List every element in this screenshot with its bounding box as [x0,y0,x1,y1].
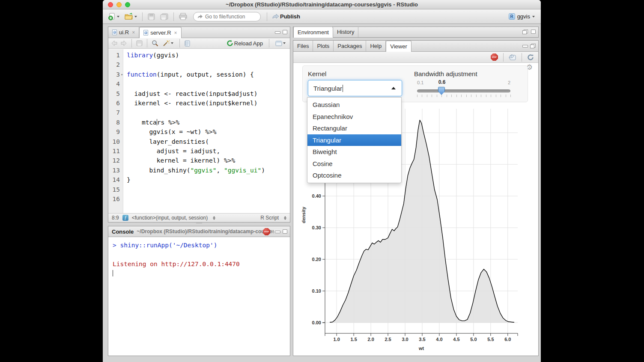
environment-tabbar: Environment History [293,27,538,37]
close-window-button[interactable] [108,2,113,7]
tab-packages[interactable]: Packages [334,41,366,51]
maximize-pane-icon[interactable] [283,30,287,34]
print-button[interactable] [177,12,189,21]
code-line: function(input, output, session) { [127,70,265,79]
slider-track[interactable] [417,89,510,92]
kernel-select[interactable]: Triangular [308,80,402,96]
scope-updown-icon [213,216,215,220]
minimize-pane-icon[interactable] [275,30,280,34]
tab-label: Packages [337,43,362,49]
dropdown-option-optcosine[interactable]: Optcosine [307,169,401,181]
code-line [127,79,265,89]
editor-toolbar: Reload App [108,38,290,49]
publish-button[interactable]: Publish [271,12,302,21]
save-button[interactable] [146,12,157,21]
text-cursor [343,85,343,92]
tab-label: Plots [317,43,329,49]
reload-app-button[interactable]: Reload App [225,39,265,48]
close-tab-icon[interactable]: × [132,30,135,36]
maximize-pane-icon[interactable] [531,30,536,34]
svg-text:density: density [301,206,306,223]
tab-viewer[interactable]: Viewer [386,41,411,52]
back-icon[interactable] [111,40,118,46]
restore-pane-icon[interactable] [530,44,536,48]
viewer-tabbar: Files Plots Packages Help Viewer [293,41,538,52]
panel-icon [275,41,282,46]
zoom-window-button[interactable] [125,2,130,7]
main-toolbar: Publish R ggvis [103,9,541,24]
code-tools-button[interactable] [161,39,175,48]
minimize-pane-icon[interactable] [275,229,280,234]
r-file-icon [112,30,117,35]
tab-files[interactable]: Files [293,41,313,51]
close-tab-icon[interactable]: × [174,30,177,36]
code-text: library(ggvis)function(input, output, se… [123,49,265,213]
dropdown-option-cosine[interactable]: Cosine [307,158,401,170]
minimize-window-button[interactable] [116,2,122,7]
source-menu-button[interactable] [274,39,287,47]
open-file-button[interactable] [123,12,139,21]
tab-plots[interactable]: Plots [313,41,334,51]
compile-notebook-icon[interactable] [184,40,191,47]
code-tools-caret-icon [171,42,173,44]
svg-text:0.10: 0.10 [312,288,321,294]
slider-handle[interactable] [438,87,445,95]
code-line: layer_densities( [127,137,265,146]
svg-text:wt: wt [418,346,424,351]
goto-file-input[interactable] [205,14,248,20]
console-output[interactable]: > shiny::runApp('~/Desktop')Listening on… [108,237,290,282]
search-icon[interactable] [152,40,158,47]
dropdown-option-rectangular[interactable]: Rectangular [307,122,401,134]
workspace: ui.R × server.R × [103,24,541,362]
console-title: Console [112,228,134,235]
minimize-pane-icon[interactable] [522,44,527,48]
project-menu-button[interactable]: R ggvis [506,12,537,21]
dropdown-option-gaussian[interactable]: Gaussian [307,99,401,111]
refresh-icon[interactable] [527,54,534,61]
dropdown-option-triangular[interactable]: Triangular [307,134,401,146]
new-file-icon [108,13,116,21]
console-line: Listening on http://127.0.0.1:4470 [113,259,286,269]
tab-server-r[interactable]: server.R × [139,27,181,38]
console-line [113,250,286,259]
dropdown-option-biweight[interactable]: Biweight [307,146,401,158]
svg-text:4.0: 4.0 [436,337,442,342]
code-line: adjust = iadjust, [127,146,265,156]
tab-ui-r[interactable]: ui.R × [108,27,139,38]
tab-history[interactable]: History [333,27,358,37]
save-icon[interactable] [136,40,143,46]
editor-statusbar: 8:9 f <function>(input, output, session)… [108,213,290,222]
console-line [113,269,286,278]
magic-wand-icon [163,40,170,47]
console-line: > shiny::runApp('~/Desktop') [113,240,286,250]
tab-label: Files [297,43,309,49]
dropdown-option-epanechnikov[interactable]: Epanechnikov [307,111,401,123]
open-in-new-window-icon[interactable] [509,54,516,60]
code-line: library(ggvis) [127,50,265,60]
goto-arrow-icon [197,14,203,19]
tab-environment[interactable]: Environment [293,27,333,38]
fold-caret-icon[interactable]: ▾ [121,70,123,80]
viewer-pane: Files Plots Packages Help Viewer STOP ⚙ [293,40,539,356]
reload-icon [227,40,233,47]
tab-help[interactable]: Help [366,41,386,51]
svg-text:2.0: 2.0 [367,337,374,342]
save-all-button[interactable] [158,12,170,21]
file-type-indicator[interactable]: R Script [260,215,279,221]
project-caret-icon [532,16,535,18]
goto-file-search[interactable] [193,12,261,21]
forward-icon[interactable] [120,40,127,46]
svg-text:5.0: 5.0 [470,337,477,342]
r-file-icon [143,30,148,36]
maximize-pane-icon[interactable] [283,229,287,234]
open-file-caret-icon [134,16,137,18]
rstudio-window: ~/Dropbox (RStudio)/RStudio/training/dat… [103,0,541,362]
code-editor[interactable]: 123▾45678910111213141516 library(ggvis)f… [108,49,290,213]
kernel-select-value: Triangular [313,85,342,92]
code-line [127,185,265,194]
restore-pane-icon[interactable] [522,30,528,34]
scope-indicator[interactable]: <function>(input, output, session) [132,215,208,221]
new-file-button[interactable] [106,12,121,22]
svg-text:0.20: 0.20 [312,257,321,262]
stop-app-icon[interactable]: STOP [491,53,498,61]
